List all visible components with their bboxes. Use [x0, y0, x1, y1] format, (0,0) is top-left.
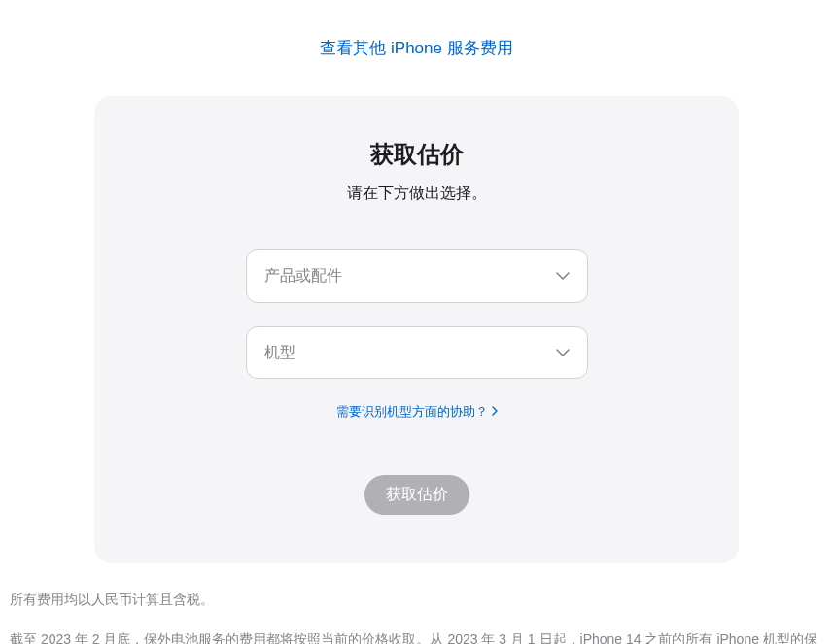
card-subtitle: 请在下方做出选择。	[143, 184, 690, 204]
footer-line-1: 所有费用均以人民币计算且含税。	[10, 587, 823, 613]
footer-line-2-text: 截至 2023 年 2 月底，保外电池服务的费用都将按照当前的价格收取。从 20…	[10, 631, 817, 644]
chevron-down-icon	[556, 349, 570, 356]
footer-notes: 所有费用均以人民币计算且含税。 截至 2023 年 2 月底，保外电池服务的费用…	[0, 587, 833, 644]
model-select-placeholder: 机型	[264, 343, 295, 363]
other-services-link[interactable]: 查看其他 iPhone 服务费用	[320, 39, 512, 57]
help-link-text: 需要识别机型方面的协助？	[336, 403, 488, 421]
product-select-placeholder: 产品或配件	[264, 266, 342, 287]
identify-model-help-link[interactable]: 需要识别机型方面的协助？	[336, 403, 498, 421]
model-select[interactable]: 机型	[246, 326, 588, 379]
get-estimate-button[interactable]: 获取估价	[364, 475, 469, 515]
card-title: 获取估价	[143, 139, 690, 170]
product-select[interactable]: 产品或配件	[246, 249, 588, 303]
model-select-wrap: 机型	[246, 326, 588, 379]
chevron-down-icon	[556, 272, 570, 280]
footer-line-2: 截至 2023 年 2 月底，保外电池服务的费用都将按照当前的价格收取。从 20…	[10, 627, 823, 644]
estimate-card: 获取估价 请在下方做出选择。 产品或配件 机型 需要识别机型方面的协助？ 获取估…	[94, 96, 739, 563]
product-select-wrap: 产品或配件	[246, 249, 588, 303]
chevron-right-icon	[492, 405, 498, 419]
